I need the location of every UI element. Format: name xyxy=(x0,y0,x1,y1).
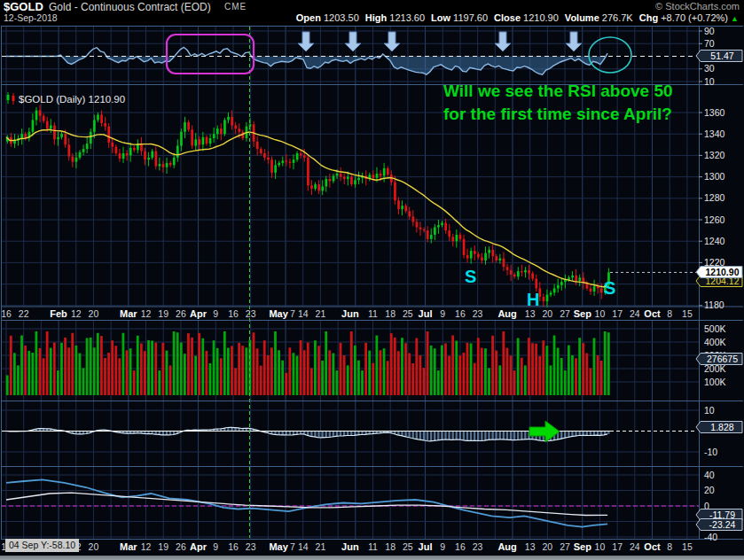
volume-bar-up xyxy=(57,370,59,395)
head-label: H xyxy=(527,290,539,310)
candle-body-down xyxy=(503,259,505,268)
osc-bar xyxy=(278,432,279,435)
volume-bar-down xyxy=(521,358,523,395)
x-tick-label: Mar xyxy=(120,541,137,552)
volume-bar-down xyxy=(380,350,382,395)
x-tick-label: 20 xyxy=(543,308,553,319)
candle-body-down xyxy=(267,158,270,159)
x-tick-label: 10 xyxy=(595,308,606,319)
candle-body-down xyxy=(474,251,476,254)
volume-bar-down xyxy=(205,351,208,395)
low-value: 1197.60 xyxy=(453,12,488,23)
osc-bar xyxy=(521,432,522,440)
volume-bar-down xyxy=(466,343,469,395)
candle-body-up xyxy=(60,134,63,137)
x-tick-label: 19 xyxy=(158,541,168,552)
x-tick-label: Sep xyxy=(574,308,591,319)
volume-bar-down xyxy=(310,368,313,395)
candle-body-up xyxy=(553,288,556,292)
volume-bar-up xyxy=(227,348,230,395)
volume-bar-down xyxy=(542,340,544,395)
x-tick-label: 27 xyxy=(560,308,570,319)
x-tick-label: 20 xyxy=(543,541,553,552)
bottom-scrollbar[interactable] xyxy=(0,556,744,560)
volume-bar-down xyxy=(154,343,157,395)
volume-bar-down xyxy=(328,350,331,395)
volume-bar-down xyxy=(191,338,193,395)
x-tick-label: 24 xyxy=(630,541,640,552)
volume-bar-down xyxy=(397,351,400,395)
candle-body-down xyxy=(234,126,237,129)
candle-body-up xyxy=(546,295,549,301)
volume-bar-down xyxy=(253,332,255,395)
volume-bar-up xyxy=(151,341,153,396)
osc-bar xyxy=(343,432,345,436)
y-tick-label: -40 xyxy=(704,532,717,542)
candle-body-up xyxy=(184,122,186,132)
y-tick-label: 20 xyxy=(704,485,715,495)
candle-body-up xyxy=(293,159,295,163)
candle-body-down xyxy=(111,143,114,147)
x-tick-label: 14 xyxy=(298,541,309,552)
candle-body-down xyxy=(126,153,129,155)
candle-body-up xyxy=(50,126,52,129)
osc-bar xyxy=(314,432,316,437)
volume-bar-down xyxy=(267,355,270,395)
volume-bar-up xyxy=(357,361,360,395)
volume-bar-down xyxy=(491,336,494,395)
candle-body-up xyxy=(557,285,560,289)
volume-bar-down xyxy=(285,373,287,395)
osc-bar xyxy=(317,432,319,438)
candle-body-down xyxy=(162,164,165,167)
x-tick-label: Mar xyxy=(120,308,137,319)
chart-date: 12-Sep-2018 xyxy=(4,12,58,23)
osc-bar xyxy=(397,432,399,435)
osc-bar xyxy=(401,432,403,436)
x-tick-label: Apr xyxy=(190,308,208,319)
volume-bar-down xyxy=(126,350,129,395)
x-tick-label: 13 xyxy=(525,541,536,552)
volume-bar-up xyxy=(216,348,219,395)
candle-body-up xyxy=(97,114,99,120)
volume-bar-up xyxy=(194,356,197,395)
close-label: Close xyxy=(494,12,521,23)
x-tick-label: Aug xyxy=(497,308,516,319)
open-label: Open xyxy=(296,12,321,23)
osc-bar xyxy=(423,432,425,440)
candle-body-down xyxy=(46,121,49,128)
x-tick-label: 25 xyxy=(403,308,413,319)
value-box-text: -23.24 xyxy=(709,519,736,530)
candle-body-up xyxy=(147,158,150,159)
candle-body-down xyxy=(310,185,313,189)
volume-bar-down xyxy=(528,338,530,395)
candle-body-up xyxy=(173,158,176,165)
candle-body-down xyxy=(199,139,201,144)
x-tick-label: 16 xyxy=(455,308,466,319)
y-tick-label: 90 xyxy=(704,26,715,36)
x-tick-label: 20 xyxy=(89,541,99,552)
x-tick-label: 23 xyxy=(473,541,483,552)
x-tick-label: Oct xyxy=(644,541,661,552)
candle-body-down xyxy=(343,177,346,179)
high-label: High xyxy=(365,12,387,23)
candle-body-up xyxy=(499,259,502,261)
candle-body-up xyxy=(194,139,197,145)
volume-bar-up xyxy=(176,332,179,395)
candle-body-up xyxy=(347,177,349,179)
candle-body-up xyxy=(151,152,153,158)
volume-bar-up xyxy=(437,370,440,395)
osc-bar xyxy=(517,432,519,440)
volume-bar-down xyxy=(444,344,447,396)
candle-body-down xyxy=(286,160,288,161)
candle-body-down xyxy=(104,123,106,127)
crosshair-tooltip: 04 Sep Y:-58.10 xyxy=(5,539,79,552)
candle-body-up xyxy=(354,180,356,184)
x-tick-label: 18 xyxy=(385,541,395,552)
candle-body-down xyxy=(260,149,262,153)
value-box-text: 276675 xyxy=(707,354,738,364)
open-value: 1203.50 xyxy=(324,12,359,23)
osc-bar xyxy=(441,432,442,440)
candle-body-down xyxy=(206,137,208,144)
volume-bar-up xyxy=(571,355,574,395)
volume-bar-down xyxy=(531,343,534,395)
